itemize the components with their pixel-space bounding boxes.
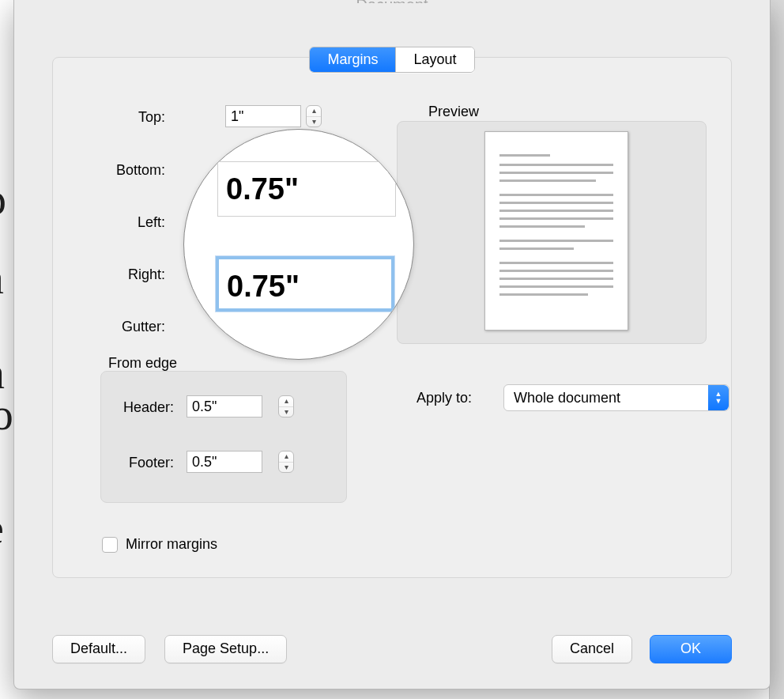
dialog-button-row: Default... Page Setup... Cancel OK bbox=[52, 635, 732, 663]
default-button[interactable]: Default... bbox=[52, 635, 145, 663]
header-field[interactable]: ▴ ▾ bbox=[187, 395, 294, 418]
stepper-down-icon[interactable]: ▾ bbox=[307, 117, 321, 127]
stepper-down-icon[interactable]: ▾ bbox=[279, 463, 293, 473]
apply-to-label: Apply to: bbox=[416, 390, 472, 406]
top-margin-field[interactable]: ▴ ▾ bbox=[225, 105, 322, 127]
select-arrows-icon[interactable]: ▲▼ bbox=[708, 385, 729, 410]
magnifier-zoom-circle: 0.75" 0.75" bbox=[183, 129, 414, 360]
footer-stepper[interactable]: ▴ ▾ bbox=[278, 451, 294, 473]
apply-to-value: Whole document bbox=[514, 390, 620, 406]
apply-to-select[interactable]: Whole document ▲▼ bbox=[503, 384, 729, 411]
from-edge-title: From edge bbox=[108, 355, 177, 372]
mirror-margins-checkbox[interactable]: Mirror margins bbox=[102, 536, 217, 553]
preview-box bbox=[397, 121, 707, 344]
zoomed-field-right-focused[interactable]: 0.75" bbox=[216, 256, 394, 312]
document-dialog: Document Margins Layout Top: Bottom: Lef… bbox=[13, 0, 771, 690]
top-margin-input[interactable] bbox=[225, 105, 301, 127]
footer-field[interactable]: ▴ ▾ bbox=[187, 451, 294, 473]
preview-label: Preview bbox=[428, 104, 479, 120]
stepper-up-icon[interactable]: ▴ bbox=[307, 106, 321, 117]
label-top: Top: bbox=[94, 109, 165, 126]
footer-input[interactable] bbox=[187, 451, 262, 473]
tab-segmented-control: Margins Layout bbox=[14, 47, 770, 73]
label-gutter: Gutter: bbox=[94, 319, 165, 335]
checkbox-box-icon[interactable] bbox=[102, 537, 118, 553]
label-bottom: Bottom: bbox=[94, 162, 165, 179]
window-edge bbox=[769, 0, 784, 699]
stepper-down-icon[interactable]: ▾ bbox=[279, 407, 293, 418]
dialog-title-clipped: Document bbox=[14, 0, 770, 3]
ok-button[interactable]: OK bbox=[650, 635, 732, 663]
margins-panel: Top: Bottom: Left: Right: Gutter: ▴ ▾ 0.… bbox=[52, 57, 732, 578]
tab-layout[interactable]: Layout bbox=[395, 47, 473, 72]
stepper-up-icon[interactable]: ▴ bbox=[279, 396, 293, 407]
label-left: Left: bbox=[94, 214, 165, 231]
mirror-margins-label: Mirror margins bbox=[126, 536, 217, 553]
page-setup-button[interactable]: Page Setup... bbox=[164, 635, 287, 663]
from-edge-group: Header: ▴ ▾ Footer: ▴ ▾ bbox=[100, 371, 347, 503]
top-margin-stepper[interactable]: ▴ ▾ bbox=[306, 105, 322, 127]
label-header: Header: bbox=[111, 399, 174, 416]
cancel-button[interactable]: Cancel bbox=[552, 635, 632, 663]
label-right: Right: bbox=[94, 266, 165, 283]
header-stepper[interactable]: ▴ ▾ bbox=[278, 395, 294, 418]
label-footer: Footer: bbox=[111, 455, 174, 471]
header-input[interactable] bbox=[187, 395, 262, 418]
preview-page-icon bbox=[484, 131, 628, 331]
tab-margins[interactable]: Margins bbox=[310, 47, 395, 72]
zoomed-field-bottom-or-left[interactable]: 0.75" bbox=[217, 161, 396, 217]
stepper-up-icon[interactable]: ▴ bbox=[279, 452, 293, 463]
